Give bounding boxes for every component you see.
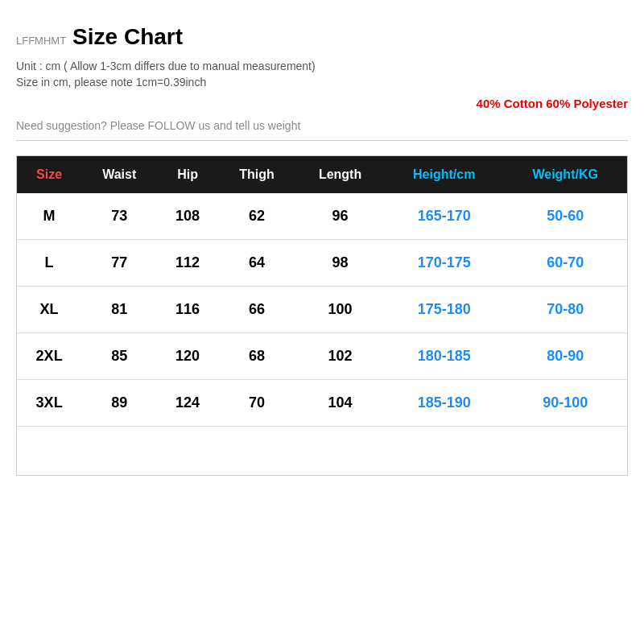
table-cell: 104 — [295, 380, 385, 427]
page-container: LFFMHMT Size Chart Unit : cm ( Allow 1-3… — [0, 0, 644, 644]
table-cell: L — [17, 240, 81, 287]
col-weight: Weight/KG — [503, 156, 627, 193]
table-cell: 73 — [81, 193, 157, 240]
table-row: 3XL8912470104185-19090-100 — [17, 380, 627, 427]
col-length: Length — [295, 156, 385, 193]
table-cell: XL — [17, 287, 81, 333]
table-cell: 98 — [295, 240, 385, 287]
table-cell: 116 — [157, 287, 218, 333]
table-cell: 77 — [81, 240, 157, 287]
table-cell: 62 — [218, 193, 295, 240]
table-cell: 85 — [81, 333, 157, 380]
col-hip: Hip — [157, 156, 218, 193]
table-cell: 112 — [157, 240, 218, 287]
table-header: Size Waist Hip Thigh Length Height/cm We… — [17, 156, 627, 193]
table-cell: 81 — [81, 287, 157, 333]
table-cell: 170-175 — [385, 240, 503, 287]
size-note: Size in cm, please note 1cm=0.39inch — [16, 76, 628, 89]
table-cell: 165-170 — [385, 193, 503, 240]
col-height: Height/cm — [385, 156, 503, 193]
table-cell: 180-185 — [385, 333, 503, 380]
size-table-wrapper: Size Waist Hip Thigh Length Height/cm We… — [16, 155, 628, 476]
table-row: XL8111666100175-18070-80 — [17, 287, 627, 333]
page-title: Size Chart — [72, 24, 183, 50]
table-cell: 70-80 — [503, 287, 627, 333]
table-row: M731086296165-17050-60 — [17, 193, 627, 240]
table-cell: 68 — [218, 333, 295, 380]
table-cell: 80-90 — [503, 333, 627, 380]
table-cell: 175-180 — [385, 287, 503, 333]
empty-row — [17, 427, 627, 475]
material-text: 40% Cotton 60% Polyester — [477, 97, 628, 110]
table-cell: 70 — [218, 380, 295, 427]
table-cell: 66 — [218, 287, 295, 333]
table-cell: 2XL — [17, 333, 81, 380]
header-row: LFFMHMT Size Chart — [16, 24, 628, 50]
table-cell: 124 — [157, 380, 218, 427]
material-row: 40% Cotton 60% Polyester — [16, 97, 628, 111]
table-cell: 185-190 — [385, 380, 503, 427]
table-cell: 108 — [157, 193, 218, 240]
brand-label: LFFMHMT — [16, 35, 66, 47]
table-cell: M — [17, 193, 81, 240]
table-cell: 50-60 — [503, 193, 627, 240]
suggestion-row: Need suggestion? Please FOLLOW us and te… — [16, 119, 628, 141]
table-cell: 3XL — [17, 380, 81, 427]
table-cell: 100 — [295, 287, 385, 333]
col-size: Size — [17, 156, 81, 193]
col-waist: Waist — [81, 156, 157, 193]
table-row: 2XL8512068102180-18580-90 — [17, 333, 627, 380]
table-cell: 90-100 — [503, 380, 627, 427]
table-cell: 64 — [218, 240, 295, 287]
size-table: Size Waist Hip Thigh Length Height/cm We… — [17, 156, 627, 475]
table-cell: 96 — [295, 193, 385, 240]
table-cell: 89 — [81, 380, 157, 427]
table-row: L771126498170-17560-70 — [17, 240, 627, 287]
col-thigh: Thigh — [218, 156, 295, 193]
table-body: M731086296165-17050-60L771126498170-1756… — [17, 193, 627, 475]
header-row-tr: Size Waist Hip Thigh Length Height/cm We… — [17, 156, 627, 193]
table-cell: 60-70 — [503, 240, 627, 287]
table-cell: 102 — [295, 333, 385, 380]
table-cell: 120 — [157, 333, 218, 380]
unit-note: Unit : cm ( Allow 1-3cm differs due to m… — [16, 60, 628, 72]
